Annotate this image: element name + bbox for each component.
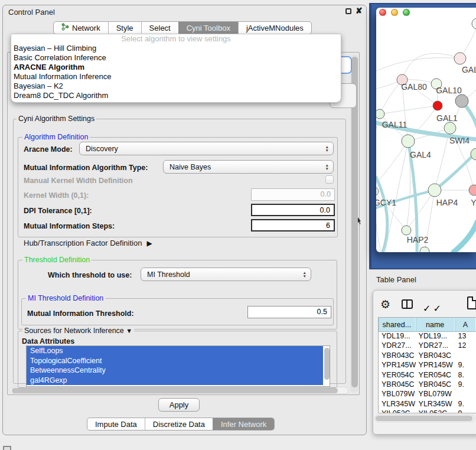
- table-cell: YBR045C: [379, 380, 416, 390]
- table-row[interactable]: YBR045CYBR045C9.: [379, 380, 476, 390]
- node-top-right[interactable]: [472, 18, 476, 29]
- node-GAL1[interactable]: [444, 122, 456, 134]
- algorithm-dropdown: Select algorithm to view settings Bayesi…: [11, 34, 341, 103]
- tab-style[interactable]: Style: [108, 22, 141, 34]
- network-edge[interactable]: [454, 222, 476, 252]
- table-cell: YDL19...: [379, 332, 416, 341]
- node-HAP4[interactable]: [428, 184, 441, 197]
- table-row[interactable]: YDL19...YDL19...13: [379, 332, 476, 341]
- network-icon: [61, 23, 69, 32]
- table-cell: 9.: [455, 361, 476, 370]
- node-red[interactable]: [433, 101, 442, 110]
- node-GAL4[interactable]: [402, 135, 415, 148]
- network-edge[interactable]: [380, 106, 438, 114]
- tab-impute-data[interactable]: Impute Data: [87, 418, 145, 430]
- tab-infer-network[interactable]: Infer Network: [213, 418, 274, 430]
- control-panel-title: Control Panel: [8, 8, 55, 17]
- tab-cyni-toolbox[interactable]: Cyni Toolbox: [178, 22, 238, 34]
- table-row[interactable]: YIL052CYIL052C9.: [379, 409, 476, 413]
- close-icon[interactable]: ✘: [356, 6, 363, 15]
- network-edge[interactable]: [376, 141, 408, 183]
- sources-title[interactable]: Sources for Network Inference ▼: [22, 327, 134, 335]
- dpi-tolerance-label: DPI Tolerance [0,1]:: [24, 207, 92, 215]
- mi-steps-field[interactable]: 6: [251, 219, 335, 231]
- tab-select[interactable]: Select: [141, 22, 178, 34]
- network-edge[interactable]: [435, 152, 476, 190]
- table-horizontal-scrollbar-thumb[interactable]: [376, 416, 472, 421]
- hub-section-label: Hub/Transcription Factor Definition: [24, 239, 142, 247]
- column-header-name[interactable]: name: [416, 318, 455, 331]
- dropdown-item-basic-correlation-inference[interactable]: Basic Correlation Inference: [11, 53, 341, 63]
- node-pink-top[interactable]: [454, 53, 466, 64]
- application-window: Control Panel ✘ NetworkStyleSelectCyni T…: [0, 0, 476, 450]
- settings-horizontal-scrollbar-thumb[interactable]: [12, 388, 338, 393]
- manual-kernel-width-checkbox[interactable]: [325, 175, 334, 184]
- attribute-item-gal4rgexp[interactable]: gal4RGexp: [27, 376, 323, 386]
- aracne-mode-select[interactable]: Discovery ▲▼: [79, 142, 334, 155]
- hub-section-toggle[interactable]: Hub/Transcription Factor Definition ▶: [24, 239, 152, 247]
- attribute-item-selfloops[interactable]: SelfLoops: [27, 346, 323, 356]
- minimized-panel-icon[interactable]: [3, 446, 11, 450]
- network-canvas[interactable]: GALGAL80GAL10GAL1GAL11SWI4GAL4GCY1HAP4YH…: [376, 15, 476, 252]
- node-pink-right[interactable]: [469, 185, 476, 195]
- import-table-icon[interactable]: [467, 296, 476, 309]
- table-cell: 9.: [455, 409, 476, 413]
- apply-button[interactable]: Apply: [158, 398, 200, 412]
- mi-threshold-label: Mutual Information Threshold:: [27, 309, 134, 318]
- dropdown-item-bayesian-k2[interactable]: Bayesian – K2: [11, 81, 341, 91]
- table-row[interactable]: YDR27...YDR27...12: [379, 341, 476, 351]
- table-row[interactable]: YER054CYER054C8.: [379, 371, 476, 380]
- network-edge[interactable]: [402, 53, 460, 80]
- float-window-icon[interactable]: [345, 8, 351, 14]
- table-row[interactable]: YPR145WYPR145W9.: [379, 361, 476, 370]
- attributes-list-scrollbar-thumb[interactable]: [324, 348, 330, 380]
- attribute-item-topologicalcoefficient[interactable]: TopologicalCoefficient: [27, 356, 323, 366]
- columns-icon[interactable]: [402, 299, 413, 309]
- network-edge[interactable]: [376, 58, 460, 71]
- kernel-width-field[interactable]: 0.0: [251, 188, 335, 201]
- dropdown-item-mutual-information-inference[interactable]: Mutual Information Inference: [11, 72, 341, 81]
- dropdown-item-aracne-algorithm[interactable]: ARACNE Algorithm: [11, 63, 341, 72]
- table-cell: YIL052C: [416, 409, 455, 413]
- dropdown-item-dream8-dc-tdc-algorithm[interactable]: Dream8 DC_TDC Algorithm: [11, 91, 341, 100]
- table-cell: 9.: [455, 400, 476, 409]
- cyni-algorithm-settings-title: Cyni Algorithm Settings: [17, 115, 96, 123]
- network-edge[interactable]: [380, 80, 402, 114]
- tab-label: Network: [72, 24, 100, 32]
- select-all-icon[interactable]: ✓✓: [423, 303, 441, 314]
- node-GAL11[interactable]: [376, 109, 384, 119]
- table-cell: YER054C: [379, 371, 416, 380]
- gear-icon[interactable]: ⚙: [380, 298, 390, 311]
- kernel-width-label: Kernel Width (0,1):: [24, 191, 89, 200]
- mi-steps-label: Mutual Information Steps:: [24, 222, 115, 230]
- tab-discretize-data[interactable]: Discretize Data: [145, 418, 213, 430]
- table-cell: YBR043C: [379, 351, 416, 361]
- which-threshold-value: MI Threshold: [147, 270, 190, 279]
- network-edge[interactable]: [376, 177, 387, 252]
- dropdown-item-bayesian-hill-climbing[interactable]: Bayesian – Hill Climbing: [11, 44, 341, 53]
- mi-algorithm-type-select[interactable]: Naive Bayes ▲▼: [163, 160, 334, 174]
- table-panel-title: Table Panel: [376, 275, 416, 284]
- attribute-item-betweennesscentrality[interactable]: BetweennessCentrality: [27, 366, 323, 376]
- tab-network[interactable]: Network: [54, 22, 108, 34]
- dpi-tolerance-field[interactable]: 0.0: [251, 204, 335, 216]
- tab-label: Infer Network: [221, 420, 266, 429]
- table-cell: [455, 390, 476, 399]
- node-label-gal11: GAL11: [382, 120, 407, 129]
- column-header-shared-[interactable]: shared...: [379, 318, 416, 331]
- collapsed-arrow-icon: ▶: [146, 239, 152, 247]
- column-header-a[interactable]: A: [455, 318, 476, 331]
- node-HAP2[interactable]: [402, 226, 411, 235]
- table-cell: [455, 351, 476, 361]
- table-row[interactable]: YLR345WYLR345W9.: [379, 400, 476, 409]
- table-cell: YDR27...: [416, 341, 455, 351]
- node-GCY1[interactable]: [376, 187, 379, 195]
- mi-threshold-field[interactable]: 0.5: [247, 306, 331, 318]
- which-threshold-select[interactable]: MI Threshold ▲▼: [141, 268, 311, 281]
- tab-jactivemnodules[interactable]: jActiveMNodules: [238, 22, 311, 34]
- network-edge[interactable]: [376, 191, 406, 230]
- node-gray[interactable]: [455, 94, 468, 107]
- table-row[interactable]: YBL079WYBL079W: [379, 390, 476, 399]
- table-cell: YPR145W: [379, 361, 416, 370]
- table-row[interactable]: YBR043CYBR043C: [379, 351, 476, 361]
